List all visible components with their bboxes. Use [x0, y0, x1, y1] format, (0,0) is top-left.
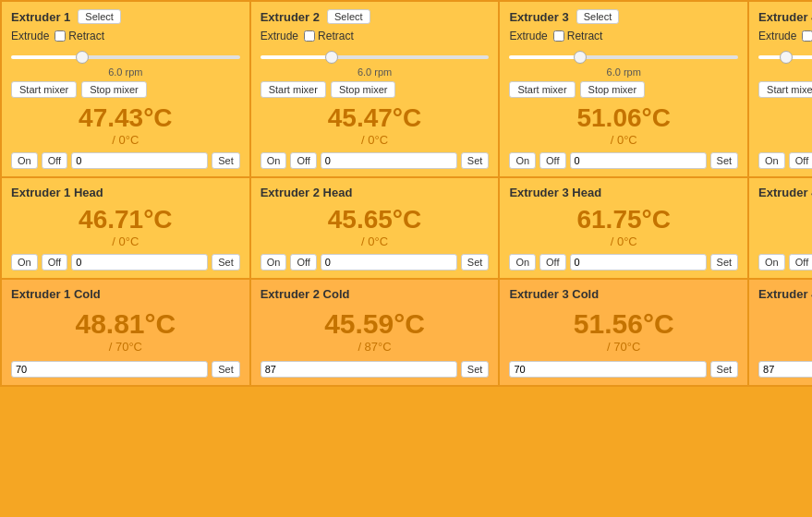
extruder-1-on-button[interactable]: On: [11, 152, 38, 169]
extruder-1-stop-mixer-button[interactable]: Stop mixer: [81, 81, 147, 98]
extruder-2-head-target: / 0°C: [261, 234, 490, 248]
extruder-2-set-button[interactable]: Set: [461, 152, 490, 169]
extruder-3-head-temp: 61.75°C: [509, 205, 738, 234]
extruder-2-temp-main: 45.47°C: [261, 103, 490, 133]
extruder-1-extrude-label: Extrude: [11, 30, 49, 42]
extruder-2-cold-temp: 45.59°C: [261, 308, 490, 340]
extruder-3-retract-label[interactable]: Retract: [553, 30, 603, 42]
extruder-4-cold-header: Extruder 4 Cold: [758, 287, 812, 301]
extruder-4-off-button[interactable]: Off: [789, 152, 812, 169]
extruder-1-temp-input[interactable]: [71, 152, 208, 169]
extruder-2-retract-checkbox[interactable]: [304, 30, 315, 42]
extruder-3-temp-input[interactable]: [570, 152, 707, 169]
extruder-3-stop-mixer-button[interactable]: Stop mixer: [580, 81, 646, 98]
extruder-1-title: Extruder 1: [11, 10, 70, 24]
extruder-2-head-temp-input[interactable]: [321, 254, 457, 271]
extruder-1-header: Extruder 1 Select: [11, 9, 240, 24]
extruder-1-cold-set-button[interactable]: Set: [212, 361, 240, 378]
extruder-2-cold-input[interactable]: [261, 361, 457, 378]
extruder-3-cold-temp: 51.56°C: [509, 308, 738, 340]
extruder-2-head-set-button[interactable]: Set: [461, 254, 490, 271]
extruder-3-mixer-row: Start mixer Stop mixer: [509, 81, 738, 98]
extruder-3-off-button[interactable]: Off: [539, 152, 565, 169]
extruder-1-head-off-button[interactable]: Off: [42, 254, 67, 271]
extruder-2-on-button[interactable]: On: [261, 152, 287, 169]
extruder-1-retract-text: Retract: [68, 30, 104, 42]
extruder-2-select-button[interactable]: Select: [327, 9, 370, 24]
extruder-4-cold-input[interactable]: [758, 361, 812, 378]
extruder-4-extrude-row: Extrude Retract: [758, 30, 812, 42]
extruder-1-rpm-slider[interactable]: [11, 55, 240, 59]
extruder-3-title: Extruder 3: [509, 10, 568, 24]
extruder-4-on-button[interactable]: On: [758, 152, 785, 169]
extruder-2-cold-control-row: Set: [261, 361, 490, 378]
extruder-4-rpm-slider[interactable]: [758, 55, 812, 59]
extruder-1-mixer-row: Start mixer Stop mixer: [11, 81, 240, 98]
extruder-1-head-temp-input[interactable]: [71, 254, 208, 271]
extruder-2-stop-mixer-button[interactable]: Stop mixer: [331, 81, 396, 98]
extruder-3-head-temp-input[interactable]: [570, 254, 707, 271]
extruder-1-set-button[interactable]: Set: [212, 152, 240, 169]
extruder-1-head-on-button[interactable]: On: [11, 254, 38, 271]
extruder-1-cold-control-row: Set: [11, 361, 240, 378]
extruder-4-extrude-label: Extrude: [758, 30, 796, 42]
extruder-3-cold-set-button[interactable]: Set: [710, 361, 739, 378]
extruder-4-head-control-row: On Off Set: [758, 254, 812, 271]
extruder-1-start-mixer-button[interactable]: Start mixer: [11, 81, 77, 98]
extruder-2-header: Extruder 2 Select: [261, 9, 490, 24]
extruder-2-off-button[interactable]: Off: [290, 152, 316, 169]
extruder-4-retract-checkbox[interactable]: [802, 30, 812, 42]
extruder-4-rpm-label: 2.4 rpm: [758, 66, 812, 78]
extruder-1-select-button[interactable]: Select: [78, 9, 121, 24]
extruder-2-extrude-label: Extrude: [261, 30, 298, 42]
extruder-3-start-mixer-button[interactable]: Start mixer: [509, 81, 575, 98]
extruder-3-temp-main: 51.06°C: [509, 103, 738, 133]
extruder-2-cold-set-button[interactable]: Set: [461, 361, 490, 378]
extruder-1-retract-checkbox[interactable]: [55, 30, 66, 42]
extruder-4-head-temp: 51.77°C: [758, 205, 812, 234]
extruder-3-rpm-slider[interactable]: [509, 55, 738, 59]
extruder-3-retract-text: Retract: [567, 30, 603, 42]
extruder-1-cold-input[interactable]: [11, 361, 208, 378]
extruder-2-retract-label[interactable]: Retract: [304, 30, 354, 42]
extruder-1-head-header: Extruder 1 Head: [11, 186, 240, 199]
extruder-4-head-on-button[interactable]: On: [758, 254, 785, 271]
extruder-1-retract-label[interactable]: Retract: [55, 30, 104, 42]
extruder-3-cold-control-row: Set: [509, 361, 738, 378]
extruder-3-cold-title: Extruder 3 Cold: [509, 287, 599, 301]
extruder-1-head-set-button[interactable]: Set: [212, 254, 240, 271]
extruder-1-head-temp: 46.71°C: [11, 205, 240, 234]
extruder-3-head-set-button[interactable]: Set: [710, 254, 739, 271]
extruder-3-select-button[interactable]: Select: [576, 9, 620, 24]
extruder-2-head-cell: Extruder 2 Head 45.65°C / 0°C On Off Set: [251, 178, 499, 278]
extruder-3-cold-cell: Extruder 3 Cold 51.56°C / 70°C Set: [500, 280, 747, 385]
extruder-1-off-button[interactable]: Off: [42, 152, 67, 169]
extruder-2-head-off-button[interactable]: Off: [290, 254, 316, 271]
extruder-2-rpm-label: 6.0 rpm: [261, 66, 490, 78]
extruder-4-head-off-button[interactable]: Off: [789, 254, 812, 271]
extruder-1-cold-temp: 48.81°C: [11, 308, 240, 340]
extruder-1-temp-main: 47.43°C: [11, 103, 240, 133]
extruder-3-cell: Extruder 3 Select Extrude Retract 6.0 rp…: [500, 2, 747, 176]
extruder-2-temp-input[interactable]: [321, 152, 457, 169]
extruder-2-start-mixer-button[interactable]: Start mixer: [261, 81, 326, 98]
extruder-4-head-target: / 0°C: [758, 234, 812, 248]
extruder-1-slider-container: [11, 46, 240, 63]
extruder-4-start-mixer-button[interactable]: Start mixer: [758, 81, 812, 98]
extruder-grid: Extruder 1 Select Extrude Retract 6.0 rp…: [0, 0, 812, 387]
extruder-4-head-cell: Extruder 4 Head 51.77°C / 0°C On Off Set: [749, 178, 812, 278]
extruder-3-on-button[interactable]: On: [509, 152, 536, 169]
extruder-4-retract-label[interactable]: Retract: [802, 30, 812, 42]
extruder-2-cold-header: Extruder 2 Cold: [261, 287, 490, 301]
extruder-4-temp-target: / 0°C: [758, 133, 812, 147]
extruder-3-cold-input[interactable]: [509, 361, 706, 378]
extruder-2-head-title: Extruder 2 Head: [261, 186, 353, 199]
extruder-3-retract-checkbox[interactable]: [553, 30, 564, 42]
extruder-3-set-button[interactable]: Set: [710, 152, 739, 169]
extruder-2-rpm-slider[interactable]: [261, 55, 490, 59]
extruder-3-head-off-button[interactable]: Off: [539, 254, 565, 271]
extruder-2-head-header: Extruder 2 Head: [261, 186, 490, 199]
extruder-3-head-on-button[interactable]: On: [509, 254, 536, 271]
extruder-3-header: Extruder 3 Select: [509, 9, 738, 24]
extruder-2-head-on-button[interactable]: On: [261, 254, 287, 271]
